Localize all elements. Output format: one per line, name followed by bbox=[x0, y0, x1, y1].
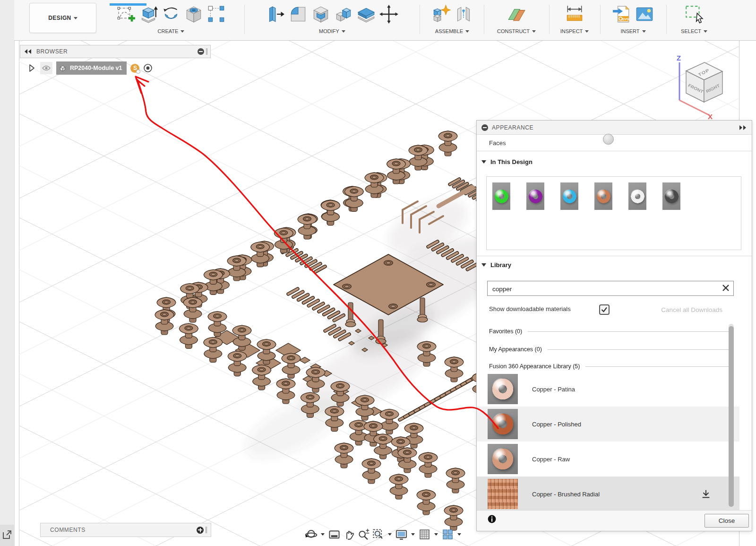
press-pull-icon[interactable] bbox=[266, 4, 285, 25]
material-list: Copper - Patina Copper - Polished Copper… bbox=[477, 372, 739, 511]
insert-svg-icon[interactable]: SVG bbox=[612, 4, 632, 25]
collapse-dialog-icon[interactable] bbox=[481, 124, 488, 131]
toolbar-group-modify: MODIFY bbox=[247, 4, 418, 38]
cancel-all-downloads-link[interactable]: Cancel all Downloads bbox=[661, 306, 722, 313]
toolbar-group-create: CREATE bbox=[100, 4, 242, 38]
design-swatch[interactable] bbox=[492, 182, 510, 210]
orbit-dropdown-caret[interactable] bbox=[321, 533, 325, 536]
browser-collapse-icon[interactable] bbox=[198, 48, 204, 55]
toolbar-group-label[interactable]: CONSTRUCT bbox=[497, 28, 530, 34]
scrollbar-thumb[interactable] bbox=[729, 326, 734, 507]
material-name: Copper - Polished bbox=[532, 421, 739, 428]
collapse-left-icon[interactable] bbox=[24, 49, 32, 54]
chevron-down-icon bbox=[642, 30, 646, 33]
material-name: Copper - Raw bbox=[532, 456, 739, 463]
toolbar-group-assemble: ASSEMBLE bbox=[421, 4, 483, 38]
select-icon[interactable] bbox=[684, 4, 704, 25]
appearance-dialog-header[interactable]: APPEARANCE bbox=[477, 121, 752, 135]
expand-right-icon[interactable] bbox=[739, 125, 747, 130]
activate-component-radio[interactable] bbox=[143, 63, 153, 73]
design-swatch[interactable] bbox=[560, 182, 578, 210]
pan-icon[interactable] bbox=[343, 528, 355, 541]
design-swatch[interactable] bbox=[628, 182, 646, 210]
material-list-scrollbar[interactable] bbox=[729, 324, 734, 511]
pattern-icon[interactable] bbox=[206, 4, 226, 25]
library-section[interactable]: Library bbox=[481, 261, 511, 269]
toolbar-group-label[interactable]: SELECT bbox=[681, 28, 701, 34]
design-swatch[interactable] bbox=[662, 182, 680, 210]
look-at-icon[interactable] bbox=[328, 528, 341, 541]
fit-dropdown-caret[interactable] bbox=[388, 533, 392, 536]
toolbar-group-label[interactable]: MODIFY bbox=[319, 28, 339, 34]
component-item-selected[interactable]: RP2040-Module v1 bbox=[56, 61, 127, 75]
unsaved-status-badge[interactable]: S bbox=[130, 64, 139, 73]
navigation-toolbar bbox=[305, 526, 463, 543]
grid-settings-icon[interactable] bbox=[418, 528, 431, 541]
joint-icon[interactable] bbox=[454, 4, 473, 25]
shell-icon[interactable] bbox=[311, 4, 331, 25]
zoom-icon[interactable] bbox=[357, 528, 370, 541]
move-icon[interactable] bbox=[379, 4, 399, 25]
offset-face-icon[interactable] bbox=[356, 4, 376, 25]
panel-drag-handle[interactable] bbox=[206, 48, 206, 55]
material-torus-thumb bbox=[562, 189, 577, 204]
canvas-image-icon[interactable] bbox=[635, 4, 654, 25]
open-external-panel[interactable] bbox=[0, 525, 14, 546]
design-swatch[interactable] bbox=[526, 182, 544, 210]
expand-arrow-icon[interactable] bbox=[28, 64, 35, 72]
comments-panel-header[interactable]: COMMENTS bbox=[40, 523, 211, 537]
toolbar-group-label[interactable]: ASSEMBLE bbox=[435, 28, 463, 34]
new-component-icon[interactable] bbox=[431, 4, 451, 25]
construct-plane-icon[interactable] bbox=[507, 4, 526, 25]
clear-search-icon[interactable] bbox=[722, 284, 730, 292]
revolve-icon[interactable] bbox=[161, 4, 181, 25]
download-icon[interactable] bbox=[701, 489, 711, 499]
info-icon[interactable] bbox=[488, 515, 496, 523]
extrude-icon[interactable] bbox=[138, 4, 158, 25]
material-torus-thumb bbox=[664, 189, 679, 204]
hole-icon[interactable] bbox=[184, 4, 204, 25]
design-swatch[interactable] bbox=[594, 182, 612, 210]
toolbar-group-label[interactable]: INSPECT bbox=[560, 28, 583, 34]
viewports-dropdown-caret[interactable] bbox=[457, 533, 461, 536]
library-search-box bbox=[487, 281, 734, 296]
create-sketch-icon[interactable] bbox=[116, 4, 136, 25]
orbit-icon[interactable] bbox=[305, 528, 318, 541]
toolbar-group-label[interactable]: CREATE bbox=[158, 28, 179, 34]
svg-text:SVG: SVG bbox=[622, 17, 629, 21]
material-row[interactable]: Copper - Raw bbox=[477, 442, 739, 477]
in-this-design-section[interactable]: In This Design bbox=[481, 158, 533, 165]
combine-icon[interactable] bbox=[334, 4, 353, 25]
material-row[interactable]: Copper - Brushed Radial bbox=[477, 477, 739, 511]
chevron-down-icon bbox=[180, 30, 184, 33]
library-group-fusion-library[interactable]: Fusion 360 Appearance Library (5) bbox=[489, 362, 729, 371]
eye-icon bbox=[42, 65, 51, 71]
show-downloadable-label: Show downloadable materials bbox=[489, 305, 571, 312]
visibility-toggle[interactable] bbox=[40, 62, 52, 74]
panel-drag-handle[interactable] bbox=[206, 527, 206, 533]
display-dropdown-caret[interactable] bbox=[411, 533, 415, 536]
library-search-input[interactable] bbox=[491, 281, 720, 296]
material-row[interactable]: Copper - Patina bbox=[477, 372, 739, 407]
measure-icon[interactable] bbox=[565, 4, 584, 25]
library-group-my-appearances[interactable]: My Appearances (0) bbox=[489, 345, 729, 354]
downloadable-row: Show downloadable materials Cancel all D… bbox=[489, 305, 742, 317]
fillet-icon[interactable] bbox=[288, 4, 308, 25]
grid-dropdown-caret[interactable] bbox=[434, 533, 438, 536]
add-comment-icon[interactable] bbox=[197, 527, 204, 534]
show-downloadable-checkbox[interactable] bbox=[599, 304, 610, 315]
material-torus-thumb bbox=[494, 189, 509, 204]
design-menu-button[interactable]: DESIGN bbox=[29, 3, 96, 33]
section-collapse-icon bbox=[481, 263, 486, 267]
library-group-favorites[interactable]: Favorites (0) bbox=[489, 327, 729, 336]
toolbar-group-select: SELECT bbox=[668, 4, 720, 38]
faces-slider-ball[interactable] bbox=[603, 134, 614, 145]
material-row[interactable]: Copper - Polished bbox=[477, 407, 739, 442]
material-thumbnail bbox=[488, 479, 518, 509]
fit-view-icon[interactable] bbox=[372, 528, 385, 541]
browser-panel-header[interactable]: BROWSER bbox=[20, 45, 211, 58]
viewports-icon[interactable] bbox=[441, 528, 454, 541]
toolbar-group-label[interactable]: INSERT bbox=[620, 28, 639, 34]
display-settings-icon[interactable] bbox=[395, 528, 408, 541]
close-button[interactable]: Close bbox=[704, 514, 749, 528]
